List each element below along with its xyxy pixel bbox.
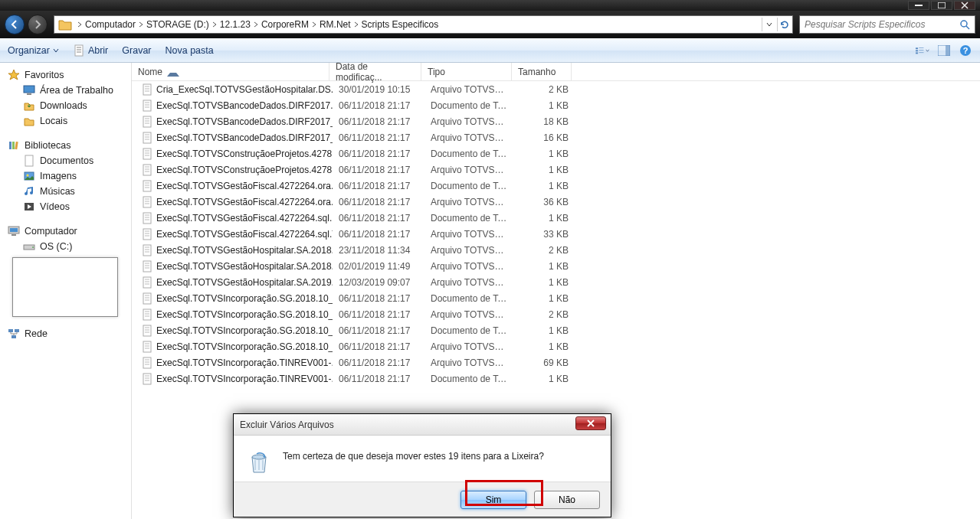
help-button[interactable]: ? [959, 44, 972, 57]
chevron-down-icon [53, 47, 59, 54]
file-icon [141, 373, 153, 385]
sidebar-libraries[interactable]: Bibliotecas [0, 138, 131, 153]
window-close-button[interactable] [954, 1, 975, 10]
file-row[interactable]: ExecSql.TOTVSIncorporação.TINREV001-...0… [132, 354, 980, 370]
delete-confirm-dialog: Excluir Vários Arquivos Tem certeza de q… [233, 413, 611, 517]
address-bar[interactable]: Computador STORAGE (D:) 12.1.23 CorporeR… [54, 15, 793, 34]
svg-rect-32 [143, 100, 151, 111]
refresh-button[interactable] [777, 18, 791, 31]
address-dropdown-button[interactable] [762, 18, 775, 31]
new-folder-button[interactable]: Nova pasta [166, 45, 214, 56]
svg-point-2 [961, 21, 967, 27]
computer-icon [8, 225, 20, 237]
file-row[interactable]: ExecSql.TOTVSIncorporação.SG.2018.10_...… [132, 290, 980, 306]
search-box[interactable] [799, 15, 975, 34]
svg-rect-17 [12, 142, 15, 149]
file-icon [141, 292, 153, 305]
dialog-no-button[interactable]: Não [534, 491, 600, 509]
explorer-toolbar: Organizar Abrir Gravar Nova pasta ? [0, 38, 980, 63]
burn-button[interactable]: Gravar [122, 45, 151, 56]
file-row[interactable]: ExecSql.TOTVSGestãoHospitalar.SA.2018...… [132, 242, 980, 258]
file-row[interactable]: ExecSql.TOTVSConstruçãoeProjetos.4278...… [132, 145, 980, 162]
sidebar-label: Computador [25, 226, 77, 237]
music-icon [23, 185, 35, 197]
pictures-icon [23, 170, 35, 182]
svg-rect-14 [24, 86, 34, 93]
dialog-message: Tem certeza de que deseja mover estes 19… [283, 449, 544, 475]
file-row[interactable]: ExecSql.TOTVSIncorporação.SG.2018.10_...… [132, 322, 980, 338]
breadcrumb-item[interactable]: 12.1.23 [218, 19, 252, 30]
breadcrumb-item[interactable]: RM.Net [318, 19, 352, 30]
library-icon [8, 139, 20, 152]
sidebar-item-documents[interactable]: Documentos [0, 153, 131, 168]
file-row[interactable]: ExecSql.TOTVSGestãoHospitalar.SA.2019...… [132, 274, 980, 290]
svg-rect-28 [8, 329, 13, 332]
svg-rect-29 [15, 329, 19, 332]
video-icon [23, 201, 35, 213]
svg-rect-7 [919, 50, 923, 51]
file-row[interactable]: ExecSql.TOTVSIncorporação.SG.2018.10_...… [132, 338, 980, 354]
sidebar-computer[interactable]: Computador [0, 224, 131, 239]
column-header-size[interactable]: Tamanho [512, 63, 572, 80]
svg-rect-24 [10, 228, 18, 232]
breadcrumb-item[interactable]: STORAGE (D:) [145, 19, 211, 30]
file-row[interactable]: ExecSql.TOTVSBancodeDados.DIRF2017_...06… [132, 113, 980, 129]
sidebar-item-videos[interactable]: Vídeos [0, 199, 131, 214]
svg-rect-37 [143, 181, 151, 191]
window-maximize-button[interactable] [931, 1, 952, 10]
column-header-type[interactable]: Tipo [421, 63, 512, 80]
chevron-right-icon [352, 21, 360, 28]
file-icon [141, 196, 153, 208]
sidebar-item-places[interactable]: Locais [0, 113, 131, 129]
dialog-yes-button[interactable]: Sim [461, 491, 526, 509]
organize-button[interactable]: Organizar [8, 45, 59, 56]
file-row[interactable]: ExecSql.TOTVSConstruçãoeProjetos.4278...… [132, 162, 980, 178]
svg-rect-42 [143, 261, 151, 272]
svg-rect-11 [946, 45, 950, 56]
desktop-icon [23, 84, 35, 96]
open-button[interactable]: Abrir [73, 44, 108, 57]
file-row[interactable]: ExecSql.TOTVSGestãoFiscal.4272264.ora...… [132, 178, 980, 194]
file-row[interactable]: ExecSql.TOTVSIncorporação.TINREV001-...0… [132, 370, 980, 387]
column-header-name[interactable]: Nome [132, 63, 329, 80]
sidebar-favorites[interactable]: Favoritos [0, 67, 131, 83]
file-row[interactable]: ExecSql.TOTVSGestãoFiscal.4272264.sql.T.… [132, 226, 980, 242]
svg-rect-30 [11, 335, 16, 338]
sidebar-item-music[interactable]: Músicas [0, 184, 131, 199]
file-row[interactable]: ExecSql.TOTVSGestãoHospitalar.SA.2018...… [132, 258, 980, 274]
view-options-button[interactable] [916, 44, 929, 57]
search-input[interactable] [805, 19, 959, 30]
window-minimize-button[interactable] [908, 1, 929, 10]
file-icon [141, 357, 153, 369]
svg-rect-9 [919, 52, 923, 53]
forward-button[interactable] [28, 15, 48, 34]
svg-rect-39 [143, 213, 151, 224]
drive-icon [23, 240, 35, 253]
breadcrumb-item[interactable]: Computador [84, 19, 137, 30]
file-row[interactable]: ExecSql.TOTVSIncorporação.SG.2018.10_...… [132, 306, 980, 322]
file-icon [141, 116, 153, 128]
window-titlebar [0, 0, 980, 11]
sidebar-item-pictures[interactable]: Imagens [0, 168, 131, 184]
breadcrumb-item[interactable]: Scripts Especificos [360, 19, 441, 30]
file-row[interactable]: ExecSql.TOTVSBancodeDados.DIRF2017.L...0… [132, 97, 980, 113]
file-row[interactable]: ExecSql.TOTVSBancodeDados.DIRF2017_...06… [132, 129, 980, 145]
file-row[interactable]: Cria_ExecSql.TOTVSGestãoHospitalar.DS...… [132, 81, 980, 97]
breadcrumb-item[interactable]: CorporeRM [260, 19, 310, 30]
svg-point-21 [27, 175, 29, 177]
svg-text:?: ? [963, 46, 969, 55]
preview-pane-button[interactable] [937, 44, 951, 57]
back-button[interactable] [5, 15, 25, 34]
chevron-right-icon [211, 21, 218, 28]
file-row[interactable]: ExecSql.TOTVSGestãoFiscal.4272264.ora.s.… [132, 194, 980, 210]
column-header-date[interactable]: Data de modificaç... [329, 63, 421, 80]
sidebar-item-desktop[interactable]: Área de Trabalho [0, 83, 131, 98]
sidebar-network[interactable]: Rede [0, 326, 131, 341]
chevron-right-icon [310, 21, 318, 28]
sidebar-item-downloads[interactable]: Downloads [0, 98, 131, 113]
file-row[interactable]: ExecSql.TOTVSGestãoFiscal.4272264.sql.L.… [132, 210, 980, 226]
sidebar-item-drive-c[interactable]: OS (C:) [0, 239, 131, 254]
dialog-close-button[interactable] [575, 416, 606, 430]
file-icon [141, 180, 153, 192]
svg-rect-36 [143, 165, 151, 175]
